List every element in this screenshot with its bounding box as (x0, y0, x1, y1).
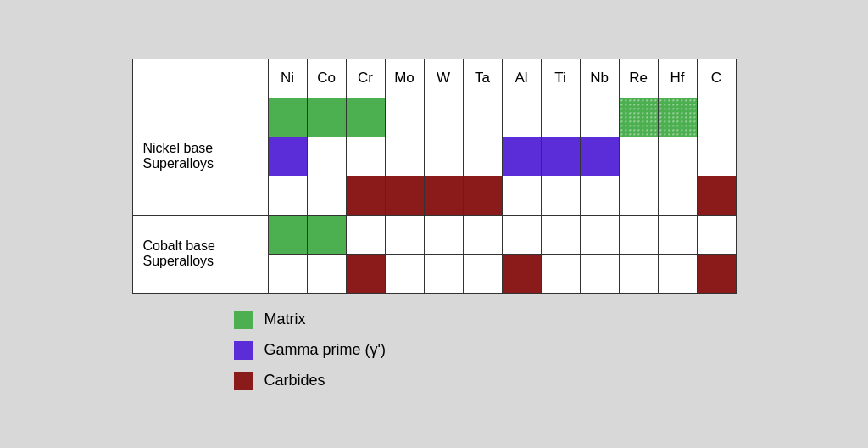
cell (385, 137, 424, 176)
cell (385, 254, 424, 293)
header-mo: Mo (385, 59, 424, 98)
cell (385, 215, 424, 254)
header-ti: Ti (541, 59, 580, 98)
cell (580, 254, 619, 293)
cell (502, 176, 541, 215)
cell (697, 98, 736, 137)
cell (697, 254, 736, 293)
legend-item-carbides: Carbides (234, 372, 386, 390)
legend-item-matrix: Matrix (234, 311, 386, 329)
cell (346, 98, 385, 137)
gamma-label: Gamma prime (γ') (264, 341, 386, 359)
cell (346, 176, 385, 215)
cell (541, 98, 580, 137)
cell (268, 176, 307, 215)
cell (268, 98, 307, 137)
cell (502, 137, 541, 176)
cell (268, 137, 307, 176)
matrix-label: Matrix (264, 311, 306, 328)
cell (658, 98, 697, 137)
cell (502, 215, 541, 254)
cell (346, 137, 385, 176)
cell (307, 137, 346, 176)
cell (424, 98, 463, 137)
cell (307, 215, 346, 254)
legend: Matrix Gamma prime (γ') Carbides (234, 311, 386, 390)
cell (424, 254, 463, 293)
cell (463, 98, 502, 137)
table-row: Cobalt baseSuperalloys (132, 215, 736, 254)
cell (346, 254, 385, 293)
header-co: Co (307, 59, 346, 98)
carbides-label: Carbides (264, 372, 326, 389)
cell (463, 176, 502, 215)
cell (580, 98, 619, 137)
cell (541, 176, 580, 215)
cell (580, 176, 619, 215)
header-ta: Ta (463, 59, 502, 98)
cell (346, 215, 385, 254)
matrix-swatch (234, 311, 253, 329)
cell (307, 254, 346, 293)
cell (424, 176, 463, 215)
header-w: W (424, 59, 463, 98)
header-cr: Cr (346, 59, 385, 98)
cell (424, 215, 463, 254)
cell (619, 254, 658, 293)
cell (463, 137, 502, 176)
cell (580, 215, 619, 254)
cell (385, 98, 424, 137)
cell (424, 137, 463, 176)
header-nb: Nb (580, 59, 619, 98)
header-empty (132, 59, 268, 98)
cell (307, 98, 346, 137)
cell (658, 254, 697, 293)
carbides-swatch (234, 372, 253, 390)
cell (268, 215, 307, 254)
cell (619, 176, 658, 215)
cell (658, 176, 697, 215)
cell (697, 137, 736, 176)
cell (502, 98, 541, 137)
superalloy-table: Ni Co Cr Mo W Ta Al Ti Nb Re Hf C Nickel… (132, 59, 737, 294)
cell (268, 254, 307, 293)
cell (463, 254, 502, 293)
header-hf: Hf (658, 59, 697, 98)
cell (541, 137, 580, 176)
cell (463, 215, 502, 254)
cell (385, 176, 424, 215)
cell (307, 176, 346, 215)
header-re: Re (619, 59, 658, 98)
cell (697, 215, 736, 254)
cobalt-label: Cobalt baseSuperalloys (132, 215, 268, 293)
cell (658, 137, 697, 176)
header-al: Al (502, 59, 541, 98)
cell (619, 137, 658, 176)
cell (541, 215, 580, 254)
header-ni: Ni (268, 59, 307, 98)
header-c: C (697, 59, 736, 98)
cell (697, 176, 736, 215)
cell (541, 254, 580, 293)
cell (658, 215, 697, 254)
cell (619, 98, 658, 137)
legend-item-gamma: Gamma prime (γ') (234, 341, 386, 360)
nickel-label: Nickel baseSuperalloys (132, 98, 268, 215)
cell (580, 137, 619, 176)
table-row: Nickel baseSuperalloys (132, 98, 736, 137)
gamma-swatch (234, 341, 253, 360)
cell (619, 215, 658, 254)
main-container: Ni Co Cr Mo W Ta Al Ti Nb Re Hf C Nickel… (132, 59, 737, 390)
cell (502, 254, 541, 293)
